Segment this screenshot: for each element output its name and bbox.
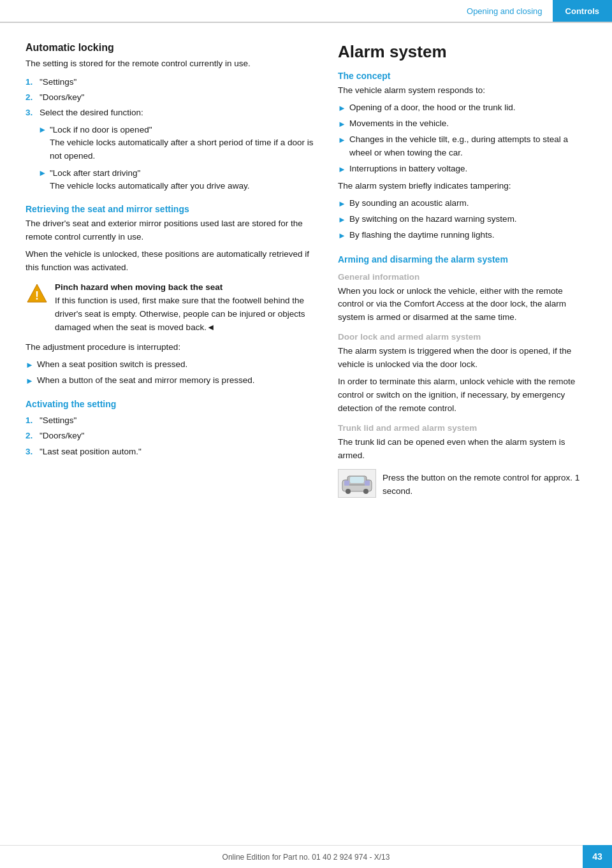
- svg-point-4: [346, 489, 351, 494]
- concept-bullets: ► Opening of a door, the hood or the tru…: [338, 101, 586, 176]
- activating-section: Activating the setting 1. "Settings" 2. …: [26, 399, 319, 458]
- car-icon: [338, 469, 376, 498]
- svg-rect-7: [365, 481, 370, 486]
- sub-item-2-content: The vehicle locks automatically after yo…: [50, 180, 319, 193]
- tamp-arrow-2: ►: [338, 213, 349, 226]
- auto-locking-steps: 1. "Settings" 2. "Doors/key" 3. Select t…: [26, 76, 319, 120]
- concept-bullet-text-4: Interruptions in battery voltage.: [349, 163, 586, 176]
- bullet-text-1: When a seat position switch is pressed.: [37, 358, 319, 372]
- concept-bullet-text-2: Movements in the vehicle.: [349, 117, 586, 131]
- right-column: Alarm system The concept The vehicle ala…: [338, 42, 586, 509]
- retrieving-title: Retrieving the seat and mirror settings: [26, 204, 319, 214]
- activating-step-2: 2. "Doors/key": [26, 430, 319, 442]
- act-step-text-1: "Settings": [40, 414, 319, 427]
- concept-arrow-3: ►: [338, 134, 349, 147]
- svg-text:!: !: [35, 289, 39, 302]
- step-num-3: 3.: [26, 106, 40, 119]
- bullet-arrow-1: ►: [26, 359, 37, 372]
- sub-arrow-1: ►: [38, 125, 50, 134]
- alarm-system-title: Alarm system: [338, 42, 586, 62]
- alarm-system-section: Alarm system The concept The vehicle ala…: [338, 42, 586, 502]
- retrieving-bullet-2: ► When a button of the seat and mirror m…: [26, 374, 319, 387]
- warning-title: Pinch hazard when moving back the seat: [55, 282, 222, 292]
- retrieving-section: Retrieving the seat and mirror settings …: [26, 204, 319, 387]
- warning-text: Pinch hazard when moving back the seat I…: [55, 281, 319, 335]
- step-text-1: "Settings": [40, 76, 319, 89]
- tampering-bullet-2: ► By switching on the hazard warning sys…: [338, 213, 586, 226]
- warning-body: If this function is used, first make sur…: [55, 296, 305, 332]
- general-info-title: General information: [338, 272, 586, 282]
- warning-box: ! Pinch hazard when moving back the seat…: [26, 281, 319, 335]
- sub-item-1-content: The vehicle locks automatically after a …: [50, 136, 319, 163]
- arming-title: Arming and disarming the alarm system: [338, 254, 586, 264]
- retrieving-bullet-1: ► When a seat position switch is pressed…: [26, 358, 319, 372]
- sub-item-1-label: ► "Lock if no door is opened": [38, 125, 319, 134]
- sub-item-2-label: ► "Lock after start driving": [38, 168, 319, 178]
- retrieving-p1: The driver's seat and exterior mirror po…: [26, 217, 319, 244]
- concept-bullet-1: ► Opening of a door, the hood or the tru…: [338, 101, 586, 115]
- tamp-arrow-1: ►: [338, 198, 349, 210]
- svg-point-5: [363, 489, 368, 494]
- activating-step-3: 3. "Last seat position autom.": [26, 445, 319, 458]
- door-lock-text2: In order to terminate this alarm, unlock…: [338, 375, 586, 416]
- tamp-bullet-text-3: By flashing the daytime running lights.: [349, 229, 586, 242]
- act-step-num-3: 3.: [26, 445, 40, 458]
- trunk-text: The trunk lid can be opened even when th…: [338, 436, 586, 463]
- act-step-num-2: 2.: [26, 430, 40, 442]
- general-info-text: When you lock or unlock the vehicle, eit…: [338, 285, 586, 325]
- activating-title: Activating the setting: [26, 399, 319, 409]
- sub-item-1-text: "Lock if no door is opened": [50, 125, 152, 134]
- auto-locking-step-2: 2. "Doors/key": [26, 91, 319, 104]
- tamp-bullet-text-2: By switching on the hazard warning syste…: [349, 213, 586, 226]
- door-lock-title: Door lock and armed alarm system: [338, 332, 586, 342]
- footer: Online Edition for Part no. 01 40 2 924 …: [0, 845, 612, 868]
- header-section: Opening and closing Controls: [456, 0, 612, 22]
- tamp-bullet-text-1: By sounding an acoustic alarm.: [349, 197, 586, 210]
- tampering-bullet-3: ► By flashing the daytime running lights…: [338, 229, 586, 242]
- concept-bullet-3: ► Changes in the vehicle tilt, e.g., dur…: [338, 133, 586, 160]
- concept-arrow-2: ►: [338, 118, 349, 131]
- warning-icon: !: [26, 282, 48, 305]
- car-note-box: Press the button on the remote control f…: [338, 469, 586, 502]
- concept-arrow-4: ►: [338, 163, 349, 176]
- svg-rect-6: [344, 481, 349, 486]
- header-bar: Opening and closing Controls: [0, 0, 612, 23]
- main-content: Automatic locking The setting is stored …: [0, 23, 612, 534]
- retrieving-bullets: ► When a seat position switch is pressed…: [26, 358, 319, 387]
- bullet-arrow-2: ►: [26, 375, 37, 387]
- trunk-note: Press the button on the remote control f…: [382, 472, 586, 498]
- svg-rect-8: [350, 477, 364, 483]
- bullet-text-2: When a button of the seat and mirror mem…: [37, 374, 319, 387]
- activating-step-1: 1. "Settings": [26, 414, 319, 427]
- step-text-2: "Doors/key": [40, 91, 319, 104]
- tampering-text: The alarm system briefly indicates tampe…: [338, 180, 586, 193]
- auto-locking-step-1: 1. "Settings": [26, 76, 319, 89]
- concept-bullet-4: ► Interruptions in battery voltage.: [338, 163, 586, 176]
- left-column: Automatic locking The setting is stored …: [26, 42, 319, 509]
- step-num-1: 1.: [26, 76, 40, 89]
- retrieving-p2: When the vehicle is unlocked, these posi…: [26, 248, 319, 275]
- header-controls-label: Controls: [553, 0, 612, 22]
- sub-arrow-2: ►: [38, 168, 50, 178]
- step-num-2: 2.: [26, 91, 40, 104]
- page-number: 43: [583, 845, 612, 868]
- trunk-title: Trunk lid and armed alarm system: [338, 423, 586, 433]
- concept-bullet-text-1: Opening of a door, the hood or the trunk…: [349, 101, 586, 115]
- door-lock-text: The alarm system is triggered when the d…: [338, 345, 586, 372]
- concept-title: The concept: [338, 71, 586, 81]
- act-step-num-1: 1.: [26, 414, 40, 427]
- auto-locking-step-3: 3. Select the desired function:: [26, 106, 319, 119]
- sub-item-2-text: "Lock after start driving": [50, 168, 140, 178]
- concept-intro: The vehicle alarm system responds to:: [338, 84, 586, 98]
- act-step-text-3: "Last seat position autom.": [40, 445, 319, 458]
- auto-locking-title: Automatic locking: [26, 42, 319, 54]
- auto-locking-intro: The setting is stored for the remote con…: [26, 57, 319, 71]
- step-text-3: Select the desired function:: [40, 106, 319, 119]
- retrieving-p3: The adjustment procedure is interrupted:: [26, 341, 319, 354]
- auto-locking-section: Automatic locking The setting is stored …: [26, 42, 319, 192]
- concept-arrow-1: ►: [338, 102, 349, 115]
- concept-bullet-text-3: Changes in the vehicle tilt, e.g., durin…: [349, 133, 586, 160]
- header-opening-label: Opening and closing: [456, 0, 553, 22]
- tampering-bullet-1: ► By sounding an acoustic alarm.: [338, 197, 586, 210]
- act-step-text-2: "Doors/key": [40, 430, 319, 442]
